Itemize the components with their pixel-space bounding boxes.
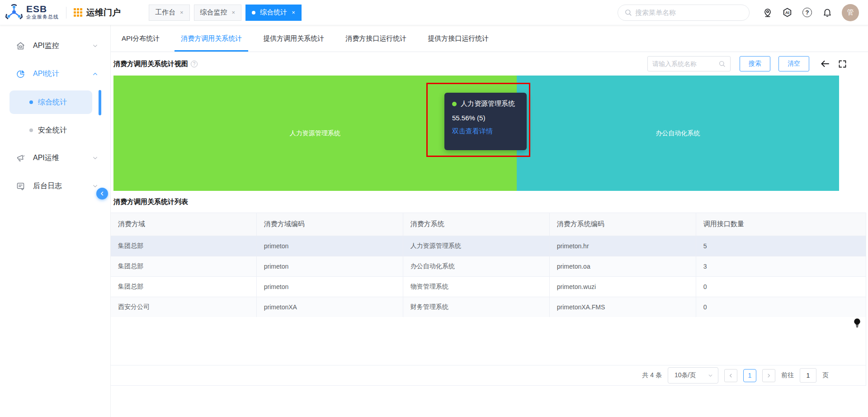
window-tab-label: 综合监控 — [200, 8, 227, 17]
table-row[interactable]: 西安分公司 primetonXA 财务管理系统 primetonXA.FMS 0 — [111, 297, 866, 317]
user-avatar[interactable]: 管 — [842, 4, 859, 21]
window-tab-monitoring[interactable]: 综合监控 × — [194, 5, 242, 21]
ai-assistant-icon[interactable]: AI — [782, 7, 793, 18]
portal-title-label: 运维门户 — [86, 7, 121, 19]
page-unit-label: 页 — [822, 371, 829, 379]
tab-consumer-call-relation[interactable]: 消费方调用关系统计 — [181, 25, 242, 52]
sidebar-item-api-ops[interactable]: API运维 — [0, 144, 110, 172]
logo: ESB 企业服务总线 — [5, 4, 59, 21]
logo-title: ESB — [26, 5, 59, 14]
sidebar-item-label: API统计 — [33, 69, 59, 79]
treemap-block-oa-system[interactable]: 办公自动化系统 — [517, 76, 839, 191]
logo-subtitle: 企业服务总线 — [26, 14, 59, 20]
portal-title: 运维门户 — [74, 7, 121, 19]
column-consumer-system: 消费方系统 — [403, 213, 549, 236]
bullet-dot-icon — [29, 100, 33, 104]
tab-consumer-api-runtime[interactable]: 消费方接口运行统计 — [345, 25, 406, 52]
treemap-label: 人力资源管理系统 — [290, 129, 340, 137]
sidebar: API监控 API统计 综合统计 — [0, 25, 111, 417]
column-api-call-count: 调用接口数量 — [696, 213, 866, 236]
window-tabs: 工作台 × 综合监控 × 综合统计 × — [149, 5, 302, 21]
active-dot-icon — [252, 11, 255, 14]
table-row[interactable]: 集团总部 primeton 人力资源管理系统 primeton.hr 5 — [111, 236, 866, 256]
chevron-right-icon — [766, 373, 772, 379]
view-title: 消费方调用关系统计视图 — [113, 60, 188, 68]
window-tab-statistics[interactable]: 综合统计 × — [245, 5, 302, 21]
consumer-call-treemap: 人力资源管理系统 办公自动化系统 人力资源管理系统 55.56% (5) 双击查… — [113, 76, 839, 191]
window-tab-workbench[interactable]: 工作台 × — [149, 5, 190, 21]
window-tab-label: 工作台 — [155, 8, 175, 17]
help-icon[interactable]: ? — [802, 7, 812, 18]
fullscreen-icon[interactable] — [836, 58, 848, 70]
sidebar-subitem-label: 安全统计 — [38, 126, 67, 135]
goto-page-input[interactable] — [800, 368, 816, 383]
global-menu-search[interactable] — [618, 5, 750, 21]
column-consumer-domain-code: 消费方域编码 — [256, 213, 403, 236]
tooltip-percent: 55.56% (5) — [452, 114, 519, 122]
top-bar: ESB 企业服务总线 运维门户 工作台 × 综合监控 × 综合统计 × — [0, 0, 868, 25]
tab-provider-call-relation[interactable]: 提供方调用关系统计 — [263, 25, 324, 52]
main-content: API分布统计 消费方调用关系统计 提供方调用关系统计 消费方接口运行统计 提供… — [111, 25, 868, 417]
treemap-label: 办公自动化系统 — [656, 129, 700, 137]
search-icon — [718, 60, 726, 67]
sidebar-item-label: 后台日志 — [33, 181, 62, 191]
sidebar-item-backend-logs[interactable]: 后台日志 — [0, 172, 110, 200]
close-icon[interactable]: × — [180, 9, 184, 16]
esb-operations-portal: ESB 企业服务总线 运维门户 工作台 × 综合监控 × 综合统计 × — [0, 0, 868, 417]
close-icon[interactable]: × — [232, 9, 236, 16]
megaphone-icon — [15, 153, 25, 163]
list-title: 消费方调用关系统计列表 — [111, 191, 868, 213]
home-icon — [15, 41, 25, 51]
log-document-icon — [15, 181, 25, 191]
total-count-label: 共 4 条 — [642, 371, 662, 379]
sidebar-subitem-comprehensive-stats[interactable]: 综合统计 — [9, 90, 92, 114]
chevron-left-icon — [728, 373, 734, 379]
table-row[interactable]: 集团总部 primeton 物资管理系统 primeton.wuzi 0 — [111, 276, 866, 297]
chevron-down-icon — [708, 373, 713, 379]
tab-api-distribution[interactable]: API分布统计 — [122, 25, 160, 52]
close-icon[interactable]: × — [292, 9, 295, 16]
sidebar-item-api-statistics[interactable]: API统计 — [0, 60, 110, 88]
sidebar-collapse-button[interactable] — [96, 188, 108, 199]
page-size-select[interactable]: 10条/页 — [668, 367, 718, 384]
sidebar-item-label: API运维 — [33, 153, 59, 163]
tooltip-detail-link[interactable]: 双击查看详情 — [452, 127, 519, 136]
sidebar-item-api-monitor[interactable]: API监控 — [0, 32, 110, 60]
goto-label: 前往 — [781, 371, 794, 379]
statistics-tab-bar: API分布统计 消费方调用关系统计 提供方调用关系统计 消费方接口运行统计 提供… — [111, 25, 868, 52]
chevron-left-icon — [99, 190, 105, 197]
location-pin-icon[interactable] — [762, 7, 773, 18]
menu-search-input[interactable] — [635, 9, 743, 16]
tooltip-series-name: 人力资源管理系统 — [461, 100, 515, 108]
column-consumer-system-code: 消费方系统编码 — [549, 213, 696, 236]
column-consumer-domain: 消费方域 — [111, 213, 256, 236]
notification-bell-icon[interactable] — [822, 7, 832, 18]
system-name-search[interactable] — [647, 56, 731, 71]
avatar-initial: 管 — [847, 8, 854, 17]
chevron-up-icon — [92, 71, 99, 77]
chevron-down-icon — [92, 155, 99, 161]
page-number-button[interactable]: 1 — [743, 369, 756, 382]
view-help-icon[interactable]: ? — [191, 61, 198, 67]
sidebar-subitem-label: 综合统计 — [38, 98, 67, 107]
back-arrow-icon[interactable] — [819, 58, 831, 70]
chevron-down-icon — [92, 43, 99, 49]
search-button[interactable]: 搜索 — [740, 56, 770, 71]
table-empty-space — [111, 317, 866, 365]
consumer-call-table: 消费方域 消费方域编码 消费方系统 消费方系统编码 调用接口数量 集团总部 pr… — [111, 213, 866, 386]
sidebar-subitem-security-stats[interactable]: 安全统计 — [0, 117, 110, 144]
tab-provider-api-runtime[interactable]: 提供方接口运行统计 — [428, 25, 489, 52]
treemap-tooltip: 人力资源管理系统 55.56% (5) 双击查看详情 — [444, 93, 527, 150]
window-tab-label: 综合统计 — [260, 8, 287, 17]
page-body: API监控 API统计 综合统计 — [0, 25, 868, 417]
lightbulb-tip-icon[interactable] — [852, 317, 863, 330]
view-header: 消费方调用关系统计视图 ? 搜索 清空 — [111, 52, 868, 76]
system-name-input[interactable] — [652, 60, 718, 67]
sidebar-item-label: API监控 — [33, 41, 59, 51]
header-divider — [66, 7, 66, 19]
prev-page-button[interactable] — [724, 369, 737, 382]
next-page-button[interactable] — [762, 369, 775, 382]
esb-logo-icon — [5, 4, 23, 21]
table-row[interactable]: 集团总部 primeton 办公自动化系统 primeton.oa 3 — [111, 256, 866, 276]
clear-button[interactable]: 清空 — [778, 56, 809, 71]
